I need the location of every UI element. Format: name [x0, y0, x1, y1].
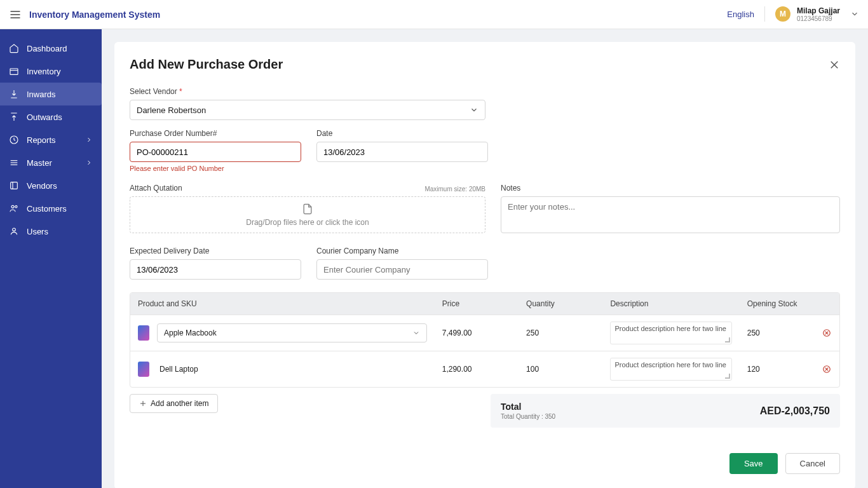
svg-point-13 — [13, 228, 16, 231]
cell-price: 1,290.00 — [435, 358, 519, 380]
sidebar-item-label: Reports — [27, 135, 56, 145]
file-dropzone[interactable]: Drag/Drop files here or click the icon — [130, 196, 485, 233]
sidebar-item-customers[interactable]: Customers — [0, 197, 102, 220]
avatar: M — [775, 6, 790, 22]
th-product: Product and SKU — [130, 293, 435, 315]
page-title: Add New Purchase Order — [130, 57, 283, 72]
home-icon — [9, 43, 19, 53]
total-label: Total — [501, 402, 555, 412]
user-name: Milap Gajjar — [797, 6, 840, 15]
user-id: 0123456789 — [797, 15, 840, 22]
file-icon — [301, 203, 314, 215]
chevron-down-icon — [470, 105, 478, 114]
add-item-button[interactable]: Add another item — [130, 394, 218, 413]
divider — [764, 6, 765, 22]
notes-label: Notes — [501, 184, 840, 193]
cancel-button[interactable]: Cancel — [785, 453, 840, 474]
sidebar-item-vendors[interactable]: Vendors — [0, 174, 102, 197]
add-item-label: Add another item — [151, 399, 208, 408]
chevron-right-icon — [85, 136, 93, 144]
vendor-label: Select Vendor * — [130, 87, 840, 96]
product-name: Apple Macbook — [164, 329, 217, 337]
expected-date-input[interactable] — [130, 259, 301, 280]
date-label: Date — [316, 129, 488, 138]
courier-label: Courier Company Name — [316, 247, 488, 255]
language-selector[interactable]: English — [727, 10, 754, 19]
svg-rect-9 — [11, 182, 18, 189]
vendor-value: Darlene Robertson — [137, 105, 206, 115]
table-row: Dell Laptop 1,290.00 100 Product descrip… — [130, 351, 839, 387]
close-icon[interactable] — [829, 59, 840, 71]
cell-price: 7,499.00 — [435, 322, 519, 344]
total-amount: AED-2,003,750 — [760, 405, 830, 417]
vendor-select[interactable]: Darlene Robertson — [130, 100, 485, 120]
th-qty: Quantity — [519, 293, 602, 315]
th-open: Opening Stock — [740, 293, 815, 315]
svg-point-11 — [11, 205, 14, 208]
totals-bar: Total Total Quantity : 350 AED-2,003,750 — [491, 394, 840, 428]
box-icon — [9, 66, 19, 76]
chevron-down-icon — [412, 329, 420, 337]
table-header: Product and SKU Price Quantity Descripti… — [130, 293, 839, 315]
sidebar-item-label: Users — [27, 227, 48, 236]
sidebar-item-dashboard[interactable]: Dashboard — [0, 37, 102, 60]
cell-desc[interactable]: Product description here for two line — [610, 322, 731, 344]
outward-icon — [9, 112, 19, 122]
th-desc: Description — [602, 293, 739, 315]
chevron-right-icon — [85, 159, 93, 166]
sidebar-item-users[interactable]: Users — [0, 220, 102, 243]
sidebar-item-inwards[interactable]: Inwards — [0, 83, 102, 105]
sidebar-item-outwards[interactable]: Outwards — [0, 105, 102, 128]
main-content: Add New Purchase Order Select Vendor * D… — [102, 29, 868, 488]
courier-input[interactable] — [316, 259, 488, 280]
sidebar-item-inventory[interactable]: Inventory — [0, 60, 102, 83]
sidebar-item-label: Vendors — [27, 181, 57, 191]
product-select[interactable]: Apple Macbook — [157, 323, 427, 342]
hamburger-icon[interactable] — [9, 8, 22, 21]
po-label: Purchase Order Number# — [130, 129, 301, 138]
po-error: Please enter valid PO Number — [130, 165, 301, 172]
vendor-icon — [9, 180, 19, 191]
delete-row-icon[interactable] — [822, 329, 831, 337]
plus-icon — [139, 400, 147, 407]
topbar: Inventory Management System English M Mi… — [0, 0, 868, 29]
svg-point-12 — [15, 206, 17, 208]
attach-label: Attach Qutation — [130, 184, 182, 193]
sidebar-item-label: Dashboard — [27, 44, 67, 53]
sidebar-item-label: Inventory — [27, 67, 60, 76]
expected-label: Expected Delivery Date — [130, 247, 301, 255]
users-icon — [9, 203, 19, 214]
po-number-input[interactable] — [130, 142, 301, 162]
save-button[interactable]: Save — [729, 453, 778, 474]
svg-rect-3 — [10, 69, 18, 74]
cell-open: 120 — [740, 358, 815, 380]
sidebar-item-label: Customers — [27, 204, 67, 214]
clock-icon — [9, 135, 19, 145]
sidebar-item-label: Inwards — [27, 90, 56, 99]
total-qty: Total Quantity : 350 — [501, 413, 555, 420]
chevron-down-icon — [850, 10, 859, 18]
list-icon — [9, 158, 19, 168]
cell-qty: 250 — [519, 322, 602, 344]
inward-icon — [9, 89, 19, 99]
date-input[interactable] — [316, 142, 488, 162]
sidebar: Dashboard Inventory Inwards Outwards Rep… — [0, 29, 102, 488]
cell-desc[interactable]: Product description here for two line — [610, 358, 731, 381]
delete-row-icon[interactable] — [822, 365, 831, 374]
product-thumb — [138, 362, 149, 377]
sidebar-item-master[interactable]: Master — [0, 151, 102, 174]
cell-open: 250 — [740, 322, 815, 344]
product-thumb — [138, 325, 149, 341]
th-price: Price — [435, 293, 519, 315]
table-row: Apple Macbook 7,499.00 250 Product descr… — [130, 315, 839, 351]
sidebar-item-reports[interactable]: Reports — [0, 128, 102, 151]
sidebar-item-label: Master — [27, 158, 52, 168]
user-menu[interactable]: M Milap Gajjar 0123456789 — [775, 6, 859, 22]
dropzone-hint: Drag/Drop files here or click the icon — [246, 218, 369, 227]
form-card: Add New Purchase Order Select Vendor * D… — [114, 42, 855, 488]
product-name: Dell Laptop — [159, 365, 198, 374]
user-icon — [9, 226, 19, 236]
cell-qty: 100 — [519, 358, 602, 380]
notes-input[interactable] — [501, 196, 840, 233]
sidebar-item-label: Outwards — [27, 112, 62, 122]
